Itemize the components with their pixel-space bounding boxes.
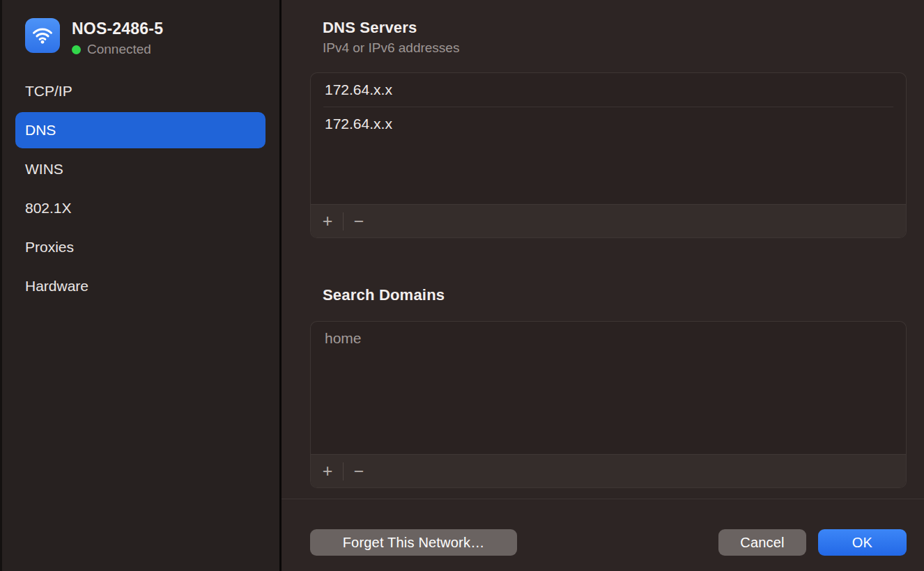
connected-status-label: Connected [87, 42, 151, 57]
network-name: NOS-2486-5 [72, 19, 163, 38]
network-status: Connected [72, 42, 163, 57]
sidebar-item-8021x[interactable]: 802.1X [15, 190, 265, 226]
dns-settings-pane: DNS Servers IPv4 or IPv6 addresses 172.6… [282, 0, 924, 571]
forget-network-button[interactable]: Forget This Network… [310, 529, 517, 556]
dns-servers-list: 172.64.x.x 172.64.x.x [311, 73, 906, 204]
dns-servers-listbox: 172.64.x.x 172.64.x.x + − [310, 72, 907, 238]
add-search-domain-button[interactable]: + [318, 461, 337, 482]
search-domains-toolbar: + − [311, 454, 906, 487]
network-meta: NOS-2486-5 Connected [72, 18, 163, 57]
search-domains-title: Search Domains [323, 287, 907, 304]
dns-server-entry[interactable]: 172.64.x.x [311, 73, 906, 107]
network-details-window: NOS-2486-5 Connected TCP/IP DNS WINS 802… [0, 0, 924, 571]
dns-server-entry[interactable]: 172.64.x.x [311, 107, 906, 141]
add-dns-server-button[interactable]: + [318, 211, 337, 232]
sidebar-item-proxies[interactable]: Proxies [15, 229, 265, 265]
ok-button[interactable]: OK [818, 529, 907, 556]
connected-status-dot [72, 45, 81, 54]
cancel-button[interactable]: Cancel [718, 529, 806, 556]
search-domains-listbox: home + − [310, 321, 907, 488]
toolbar-separator [343, 462, 344, 480]
sidebar-item-tcpip[interactable]: TCP/IP [15, 73, 265, 109]
dialog-footer: Forget This Network… Cancel OK [310, 529, 907, 556]
dns-servers-toolbar: + − [311, 204, 906, 237]
network-header: NOS-2486-5 Connected [25, 18, 279, 57]
search-domains-list: home [311, 322, 906, 454]
sidebar-item-hardware[interactable]: Hardware [15, 268, 265, 304]
remove-search-domain-button[interactable]: − [349, 461, 369, 482]
sidebar: NOS-2486-5 Connected TCP/IP DNS WINS 802… [0, 0, 279, 571]
window-left-edge [0, 0, 2, 571]
footer-divider [282, 499, 924, 499]
sidebar-item-dns[interactable]: DNS [15, 112, 265, 148]
sidebar-item-wins[interactable]: WINS [15, 151, 265, 187]
search-domain-entry[interactable]: home [311, 322, 906, 355]
sidebar-nav: TCP/IP DNS WINS 802.1X Proxies Hardware [0, 73, 279, 304]
dns-servers-subtitle: IPv4 or IPv6 addresses [323, 40, 907, 56]
remove-dns-server-button[interactable]: − [349, 211, 369, 232]
dns-servers-title: DNS Servers [323, 19, 907, 36]
wifi-icon [25, 18, 60, 53]
toolbar-separator [343, 212, 344, 230]
